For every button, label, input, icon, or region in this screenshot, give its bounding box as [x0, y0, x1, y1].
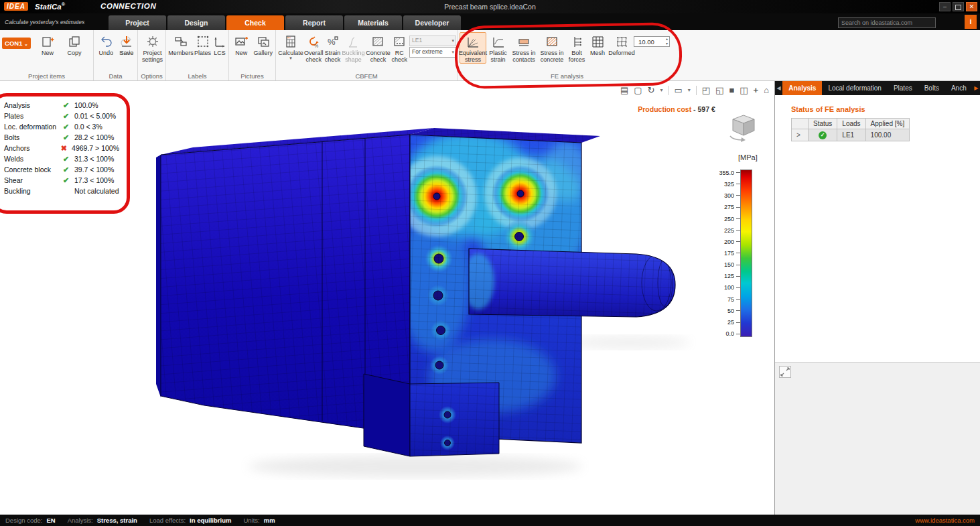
- spinner-arrows-icon[interactable]: ▴▾: [666, 37, 668, 46]
- new-item-button[interactable]: New: [34, 32, 61, 57]
- orbit-view-icon[interactable]: ↻: [648, 84, 655, 96]
- window-select-icon[interactable]: ▭: [674, 84, 682, 96]
- results-tab-bar: ◀ Analysis Local deformation Plates Bolt…: [775, 81, 980, 95]
- maximize-button[interactable]: [953, 2, 964, 11]
- check-value: 31.3 < 100%: [74, 155, 114, 163]
- close-button[interactable]: ✕: [966, 2, 977, 11]
- navigation-cube[interactable]: [725, 112, 762, 145]
- legend-tick: 225: [707, 227, 734, 234]
- check-pass-icon: ✔: [63, 176, 74, 185]
- tab-analysis[interactable]: Analysis: [782, 81, 822, 95]
- overall-check-button[interactable]: % Overall check: [303, 32, 324, 64]
- tabs-scroll-left-icon[interactable]: ◀: [775, 81, 782, 95]
- registered-mark: ®: [62, 2, 65, 7]
- mesh-icon: [590, 33, 605, 50]
- analysis-label: Analysis:: [68, 517, 93, 524]
- buckling-shape-button[interactable]: Buckling shape: [341, 32, 365, 64]
- info-button[interactable]: i: [965, 15, 977, 29]
- load-effects-value: In equilibrium: [190, 517, 231, 524]
- view-transparent-icon[interactable]: ◫: [740, 84, 748, 96]
- project-settings-button[interactable]: Project settings: [140, 32, 165, 64]
- group-pictures: New Gallery Pictures: [229, 30, 276, 80]
- gallery-icon: [256, 33, 271, 50]
- tab-bolts[interactable]: Bolts: [918, 81, 945, 95]
- row-expander[interactable]: >: [792, 129, 809, 141]
- status-ok-icon: ✓: [819, 131, 827, 139]
- members-labels-button[interactable]: Members: [168, 32, 194, 57]
- strain-check-button[interactable]: % Strain check: [324, 32, 342, 64]
- check-row-analysis: Analysis✔100.0%: [4, 100, 119, 111]
- website-link[interactable]: www.ideastatica.com: [915, 517, 975, 524]
- plastic-strain-button[interactable]: Plastic strain: [486, 32, 510, 64]
- tab-report[interactable]: Report: [285, 15, 343, 30]
- check-row-buckling: BucklingNot calculated: [4, 186, 119, 196]
- new-picture-button[interactable]: New: [231, 32, 252, 57]
- tabs-scroll-right-icon[interactable]: ▶: [973, 81, 980, 95]
- tagline: Calculate yesterday's estimates: [5, 19, 84, 25]
- save-button[interactable]: Save: [116, 32, 137, 57]
- table-row[interactable]: > ✓ LE1 100.00: [792, 129, 910, 141]
- legend-tick: 50: [707, 308, 734, 314]
- analysis-value: Stress, strain: [97, 517, 137, 524]
- overall-check-icon: %: [306, 33, 321, 50]
- tab-anchors[interactable]: Anch: [945, 81, 973, 95]
- deformed-scale-spinner[interactable]: 10.00 ▴▾: [634, 36, 670, 47]
- home-view-icon[interactable]: ⌂: [764, 84, 769, 96]
- check-label: Loc. deformation: [4, 123, 63, 131]
- gallery-button[interactable]: Gallery: [252, 32, 275, 57]
- rc-check-icon: [392, 33, 407, 50]
- view-solid-icon[interactable]: ■: [729, 84, 734, 96]
- tab-design[interactable]: Design: [167, 15, 225, 30]
- check-label: Bolts: [4, 133, 63, 141]
- stress-in-concrete-button[interactable]: Stress in concrete: [538, 32, 566, 64]
- rc-check-button[interactable]: RC check: [391, 32, 408, 64]
- load-case-combo[interactable]: LE1▾: [409, 36, 456, 46]
- ribbon-tabs: Project Design Check Report Materials De…: [109, 15, 461, 30]
- load-effect-selector: LE1▾ For extreme▾: [409, 36, 456, 58]
- tab-local-deformation[interactable]: Local deformation: [822, 81, 888, 95]
- check-value: 0.01 < 5.00%: [74, 112, 116, 120]
- tab-check[interactable]: Check: [226, 15, 284, 30]
- zoom-extents-icon[interactable]: ▢: [634, 84, 642, 96]
- view-front-icon[interactable]: ◱: [715, 84, 723, 96]
- edges-view-icon[interactable]: ▤: [620, 84, 628, 96]
- deformed-button[interactable]: Deformed: [608, 32, 636, 57]
- tab-developer[interactable]: Developer: [403, 15, 461, 30]
- connection-selector[interactable]: CON1 ⌄: [2, 38, 31, 49]
- plastic-strain-icon: [491, 33, 506, 50]
- equivalent-stress-button[interactable]: Equivalent stress: [460, 32, 486, 64]
- tab-plates[interactable]: Plates: [888, 81, 918, 95]
- extreme-combo[interactable]: For extreme▾: [409, 47, 456, 58]
- production-cost-label: Production cost: [638, 105, 691, 113]
- document-title: Precast beam splice.ideaCon: [201, 3, 779, 11]
- bolt-forces-button[interactable]: Bolt forces: [566, 32, 587, 64]
- plates-labels-button[interactable]: Plates: [194, 32, 212, 57]
- mesh-button[interactable]: Mesh: [587, 32, 608, 57]
- view-axonometry-icon[interactable]: ◰: [702, 84, 710, 96]
- select-options-icon[interactable]: ▾: [688, 84, 691, 96]
- search-input[interactable]: [838, 17, 936, 28]
- undo-button[interactable]: Undo: [96, 32, 117, 57]
- check-pass-icon: ✔: [63, 133, 74, 142]
- new-item-icon: [40, 33, 55, 50]
- stress-in-contacts-button[interactable]: Stress in contacts: [510, 32, 538, 64]
- pan-view-icon[interactable]: +: [754, 84, 759, 96]
- minimize-button[interactable]: –: [939, 2, 951, 11]
- tab-materials[interactable]: Materials: [344, 15, 402, 30]
- lcs-labels-button[interactable]: LCS: [212, 32, 228, 57]
- legend-tick: 100: [707, 284, 734, 291]
- copy-item-button[interactable]: Copy: [61, 32, 88, 57]
- check-label: Concrete block: [4, 166, 63, 174]
- check-fail-icon: ✖: [61, 144, 72, 153]
- concrete-check-button[interactable]: Concrete check: [365, 32, 391, 64]
- calculate-dropdown-icon[interactable]: ▾: [289, 56, 292, 60]
- check-summary-panel: Analysis✔100.0% Plates✔0.01 < 5.00% Loc.…: [4, 100, 119, 196]
- group-labels: Members Plates LCS Labels: [166, 30, 229, 80]
- expand-pane-button[interactable]: [779, 366, 791, 378]
- legend-tick: 250: [707, 216, 734, 222]
- orbit-options-icon[interactable]: ▾: [660, 84, 662, 96]
- tab-project[interactable]: Project: [109, 15, 166, 30]
- model-viewport[interactable]: ▤ ▢ ↻ ▾ ▭ ▾ ◰ ◱ ■ ◫ + ⌂: [0, 81, 774, 515]
- calculate-button[interactable]: ×÷ Calculate ▾: [278, 32, 303, 61]
- strain-check-icon: %: [325, 33, 340, 50]
